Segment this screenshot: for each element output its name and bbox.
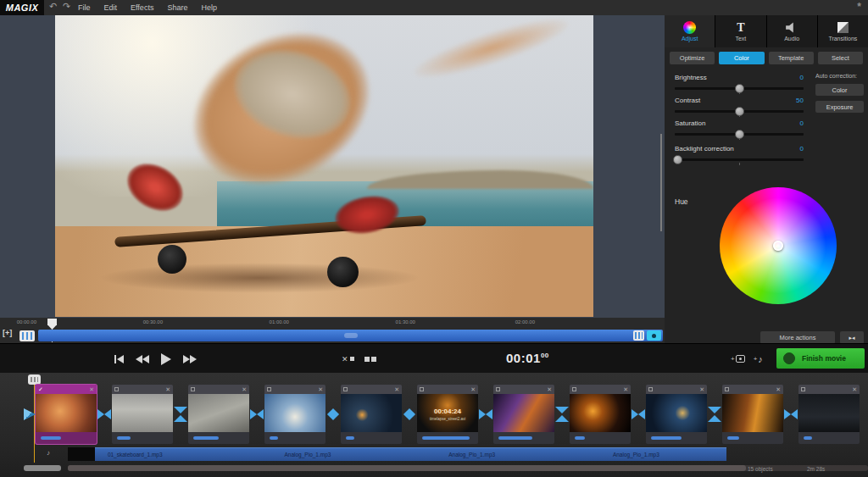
tab-text[interactable]: TText	[715, 15, 765, 47]
transition-bowtie-icon[interactable]	[249, 407, 264, 422]
more-actions-button[interactable]: More actions	[760, 331, 835, 344]
audio-track[interactable]: 01_skateboard_1.mp3Analog_Pio_1.mp3Analo…	[95, 447, 726, 461]
panel-scrollbar[interactable]	[660, 134, 662, 231]
timeline-clip-7[interactable]: ✕	[493, 385, 554, 444]
segments-button[interactable]	[19, 330, 35, 341]
transition-diamond-icon[interactable]	[402, 407, 417, 422]
split-clip-button[interactable]	[364, 357, 376, 362]
scrollbar-thumb[interactable]	[68, 465, 746, 471]
range-end-handle[interactable]	[647, 330, 661, 341]
transition-bowtie-icon[interactable]	[783, 407, 798, 422]
timeline-clip-9[interactable]: ✕	[646, 385, 707, 444]
menu-effects[interactable]: Effects	[131, 3, 153, 12]
clip-box-icon[interactable]	[191, 387, 195, 391]
timeline-clip-4[interactable]: ✕	[264, 385, 326, 444]
collapse-panel-icon[interactable]: ▸◂	[840, 331, 864, 344]
undo-icon[interactable]: ↶	[49, 1, 57, 12]
range-icon[interactable]: [+]	[3, 329, 12, 337]
subtab-color[interactable]: Color	[719, 52, 764, 64]
timeline-clip-6[interactable]: ✕00:04:24timelapse_street2.avi	[417, 385, 478, 444]
clip-box-icon[interactable]	[496, 387, 500, 391]
auto-color-button[interactable]: Color	[815, 84, 864, 96]
subtab-optimize[interactable]: Optimize	[670, 52, 715, 64]
menu-edit[interactable]: Edit	[104, 3, 118, 12]
tab-transitions[interactable]: Transitions	[818, 15, 868, 47]
close-icon[interactable]: ✕	[318, 386, 323, 392]
close-icon[interactable]: ✕	[470, 386, 476, 392]
hue-color-wheel[interactable]	[720, 187, 837, 304]
seek-bar-grip[interactable]	[344, 333, 358, 338]
add-video-button[interactable]: +	[731, 355, 745, 363]
close-icon[interactable]: ✕	[852, 386, 857, 392]
transition-fold-icon[interactable]	[173, 407, 188, 422]
timeline-clip-11[interactable]: ✕	[798, 385, 860, 444]
check-icon[interactable]: ✓	[38, 386, 43, 392]
clip-box-icon[interactable]	[114, 387, 119, 391]
delete-clip-button[interactable]: ✕	[342, 355, 354, 363]
tab-adjust[interactable]: Adjust	[665, 15, 715, 47]
transition-bowtie-icon[interactable]	[97, 407, 112, 422]
zoom-range-handle[interactable]	[633, 330, 644, 341]
close-icon[interactable]: ✕	[699, 386, 704, 392]
slider-track[interactable]	[675, 110, 804, 113]
close-icon[interactable]: ✕	[242, 386, 247, 392]
slider-thumb[interactable]	[673, 155, 682, 164]
menu-file[interactable]: File	[78, 3, 91, 12]
seek-bar[interactable]	[38, 330, 663, 341]
effects-panel: AdjustTTextAudioTransitions OptimizeColo…	[665, 15, 868, 343]
transition-fold-icon[interactable]	[707, 407, 722, 422]
clip-box-icon[interactable]	[420, 387, 424, 391]
clip-header: ✕	[264, 385, 326, 394]
window-icon[interactable]: *	[857, 1, 861, 13]
tab-audio[interactable]: Audio	[767, 15, 817, 47]
rewind-button[interactable]	[136, 355, 149, 363]
menu-share[interactable]: Share	[167, 3, 187, 12]
transition-fold-icon[interactable]	[554, 407, 570, 422]
slider-thumb[interactable]	[735, 130, 744, 139]
close-icon[interactable]: ✕	[776, 386, 781, 392]
transition-diamond-icon[interactable]	[326, 407, 341, 422]
close-icon[interactable]: ✕	[165, 386, 170, 392]
transition-bowtie-icon[interactable]	[478, 407, 493, 422]
slider-track[interactable]	[675, 87, 804, 90]
slider-track[interactable]	[675, 133, 804, 136]
timeline-clip-2[interactable]: ✕	[112, 385, 173, 444]
clip-box-icon[interactable]	[267, 387, 271, 391]
scrollbar-left-segment[interactable]	[24, 465, 61, 471]
forward-button[interactable]	[183, 355, 197, 363]
color-picker-handle[interactable]	[773, 241, 783, 251]
clip-box-icon[interactable]	[572, 387, 576, 391]
clip-box-icon[interactable]	[801, 387, 805, 391]
transition-bowtie-icon[interactable]	[631, 407, 646, 422]
timecode-minutes: 00:01	[506, 351, 541, 365]
slider-thumb[interactable]	[735, 84, 744, 93]
menu-items: FileEditEffectsShareHelp	[78, 0, 217, 15]
clip-box-icon[interactable]	[725, 387, 729, 391]
timeline-clip-5[interactable]: ✕	[341, 385, 402, 444]
video-preview[interactable]	[55, 15, 593, 317]
timeline-clip-10[interactable]: ✕	[722, 385, 783, 444]
close-icon[interactable]: ✕	[623, 386, 628, 392]
timeline-clip-8[interactable]: ✕	[570, 385, 631, 444]
transition-start-icon[interactable]	[24, 408, 36, 420]
close-icon[interactable]: ✕	[394, 386, 399, 392]
clip-box-icon[interactable]	[648, 387, 653, 391]
timeline-clip-1[interactable]: ✓✕	[36, 385, 97, 444]
status-duration: 2m 28s	[807, 466, 825, 472]
slider-thumb[interactable]	[735, 107, 744, 116]
redo-icon[interactable]: ↷	[63, 1, 70, 12]
close-icon[interactable]: ✕	[547, 386, 552, 392]
play-button[interactable]	[161, 353, 171, 365]
add-music-button[interactable]: +♪	[754, 354, 763, 364]
subtab-template[interactable]: Template	[769, 52, 814, 64]
finish-movie-button[interactable]: Finish movie	[776, 348, 865, 369]
timeline-clip-3[interactable]: ✕	[188, 385, 249, 444]
clip-box-icon[interactable]	[343, 387, 348, 391]
auto-exposure-button[interactable]: Exposure	[815, 101, 864, 113]
skip-start-button[interactable]	[114, 355, 124, 363]
slider-track[interactable]	[675, 158, 804, 161]
triangle-right-icon	[190, 355, 197, 363]
menu-help[interactable]: Help	[201, 3, 217, 12]
subtab-select[interactable]: Select	[818, 52, 863, 64]
close-icon[interactable]: ✕	[89, 386, 94, 392]
